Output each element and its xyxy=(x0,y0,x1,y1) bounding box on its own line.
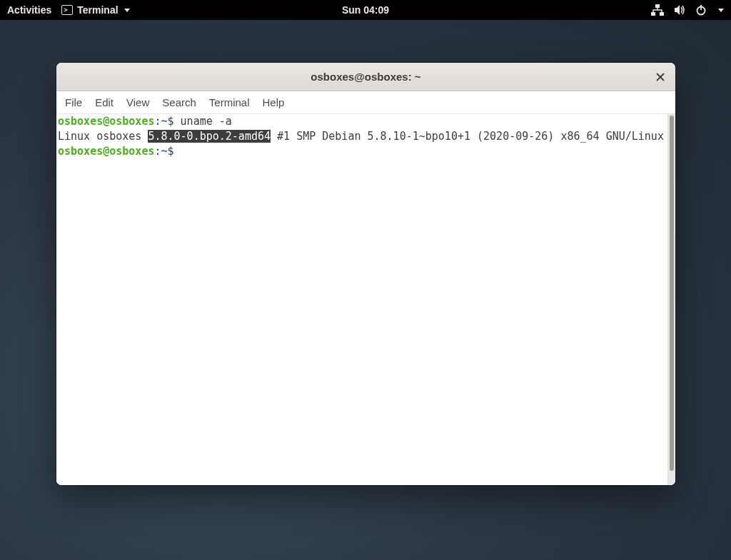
terminal-body[interactable]: osboxes@osboxes:~$ uname -a Linux osboxe… xyxy=(56,114,675,485)
activities-button[interactable]: Activities xyxy=(7,4,51,16)
app-menu[interactable]: Terminal xyxy=(61,4,129,16)
topbar-left: Activities Terminal xyxy=(7,4,130,16)
ps2-path: ~ xyxy=(161,145,168,158)
menu-search[interactable]: Search xyxy=(162,96,196,108)
output-highlight: 5.8.0-0.bpo.2-amd64 xyxy=(148,130,271,143)
ps2-sep: : xyxy=(154,145,161,158)
menu-view[interactable]: View xyxy=(126,96,149,108)
gnome-topbar: Activities Terminal Sun 04:09 xyxy=(0,0,731,20)
ps2-userhost: osboxes@osboxes xyxy=(58,145,154,158)
output-prefix: Linux osboxes xyxy=(58,130,148,143)
chevron-down-icon xyxy=(718,9,724,12)
system-status-area[interactable] xyxy=(651,4,724,16)
terminal-icon xyxy=(61,5,73,15)
window-title: osboxes@osboxes: ~ xyxy=(311,71,420,83)
ps1-path: ~ xyxy=(161,115,168,128)
network-icon xyxy=(651,4,664,16)
command-text: uname -a xyxy=(181,115,232,128)
svg-rect-2 xyxy=(660,12,664,16)
window-titlebar[interactable]: osboxes@osboxes: ~ xyxy=(56,63,675,91)
ps2-dollar: $ xyxy=(168,145,181,158)
menu-edit[interactable]: Edit xyxy=(95,96,114,108)
power-icon xyxy=(695,4,707,16)
menu-file[interactable]: File xyxy=(65,96,82,108)
menu-help[interactable]: Help xyxy=(263,96,285,108)
scrollbar-thumb[interactable] xyxy=(670,116,674,471)
close-icon xyxy=(656,73,665,81)
terminal-text[interactable]: osboxes@osboxes:~$ uname -a Linux osboxe… xyxy=(56,114,667,485)
volume-icon xyxy=(674,4,685,16)
close-button[interactable] xyxy=(652,69,668,85)
ps1-sep: : xyxy=(154,115,161,128)
menu-terminal[interactable]: Terminal xyxy=(209,96,250,108)
ps1-userhost: osboxes@osboxes xyxy=(58,115,154,128)
chevron-down-icon xyxy=(124,9,130,12)
clock[interactable]: Sun 04:09 xyxy=(342,4,389,16)
scrollbar[interactable] xyxy=(667,114,675,485)
svg-rect-1 xyxy=(651,12,655,16)
svg-rect-0 xyxy=(655,4,660,8)
menubar: File Edit View Search Terminal Help xyxy=(56,91,675,114)
terminal-window: osboxes@osboxes: ~ File Edit View Search… xyxy=(56,63,675,485)
output-rest: #1 SMP Debian 5.8.10-1~bpo10+1 (2020-09-… xyxy=(271,130,664,143)
ps1-dollar: $ xyxy=(168,115,181,128)
app-menu-label: Terminal xyxy=(77,4,118,16)
